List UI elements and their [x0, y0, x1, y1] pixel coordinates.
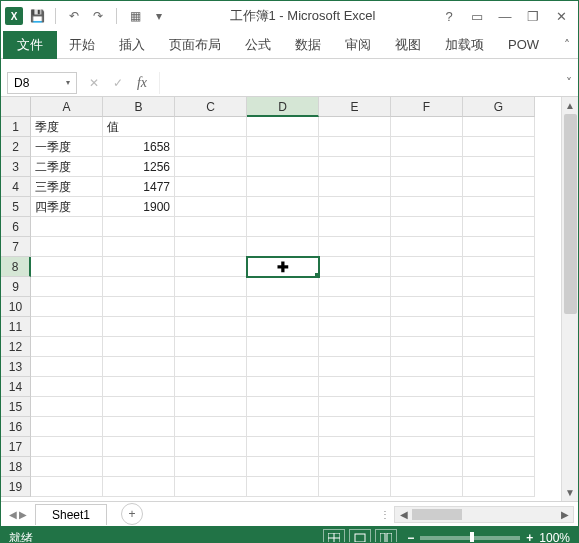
expand-formula-bar-button[interactable]: ˅ [560, 76, 578, 90]
cell[interactable] [103, 477, 175, 497]
cell[interactable] [391, 377, 463, 397]
cell[interactable] [391, 137, 463, 157]
cell[interactable] [463, 417, 535, 437]
close-button[interactable]: ✕ [548, 5, 574, 27]
cell[interactable] [463, 337, 535, 357]
cell[interactable] [31, 257, 103, 277]
cell[interactable] [103, 257, 175, 277]
cell[interactable] [247, 137, 319, 157]
tab-home[interactable]: 开始 [57, 31, 107, 59]
cell[interactable] [319, 177, 391, 197]
cell[interactable] [391, 197, 463, 217]
cell[interactable] [319, 397, 391, 417]
cell[interactable] [247, 217, 319, 237]
cell[interactable] [463, 477, 535, 497]
cell[interactable] [103, 417, 175, 437]
cell[interactable] [319, 477, 391, 497]
cell[interactable]: 值 [103, 117, 175, 137]
scroll-right-button[interactable]: ▶ [556, 509, 573, 520]
cell[interactable] [31, 297, 103, 317]
cell[interactable] [319, 157, 391, 177]
column-header[interactable]: E [319, 97, 391, 117]
cell[interactable] [31, 277, 103, 297]
select-all-corner[interactable] [1, 97, 31, 117]
cell[interactable] [463, 277, 535, 297]
cell[interactable]: 季度 [31, 117, 103, 137]
restore-button[interactable]: ❐ [520, 5, 546, 27]
cell[interactable] [175, 237, 247, 257]
sheet-nav-next-button[interactable]: ▶ [19, 509, 27, 520]
cell[interactable] [175, 417, 247, 437]
row-header[interactable]: 5 [1, 197, 31, 217]
row-header[interactable]: 14 [1, 377, 31, 397]
row-header[interactable]: 8 [1, 257, 31, 277]
zoom-out-button[interactable]: − [407, 531, 414, 543]
row-header[interactable]: 11 [1, 317, 31, 337]
cell[interactable] [319, 297, 391, 317]
tab-file[interactable]: 文件 [3, 31, 57, 59]
cell[interactable] [175, 357, 247, 377]
vertical-scroll-thumb[interactable] [564, 114, 577, 314]
cell[interactable] [319, 457, 391, 477]
cell[interactable] [31, 217, 103, 237]
cell[interactable] [463, 357, 535, 377]
cell[interactable] [319, 137, 391, 157]
tab-pow[interactable]: POW [496, 31, 551, 59]
column-header[interactable]: B [103, 97, 175, 117]
cell[interactable] [463, 117, 535, 137]
cell[interactable] [463, 237, 535, 257]
cell[interactable] [103, 317, 175, 337]
cell[interactable] [319, 377, 391, 397]
cell[interactable] [175, 177, 247, 197]
save-button[interactable]: 💾 [27, 6, 47, 26]
cell[interactable]: 1658 [103, 137, 175, 157]
cell[interactable] [463, 317, 535, 337]
cell[interactable] [391, 397, 463, 417]
row-header[interactable]: 3 [1, 157, 31, 177]
cell[interactable] [463, 457, 535, 477]
cell[interactable] [391, 297, 463, 317]
cell[interactable] [319, 337, 391, 357]
cell[interactable] [175, 377, 247, 397]
cell[interactable] [31, 377, 103, 397]
cell[interactable] [175, 217, 247, 237]
cell[interactable] [103, 377, 175, 397]
row-header[interactable]: 16 [1, 417, 31, 437]
undo-button[interactable]: ↶ [64, 6, 84, 26]
tab-review[interactable]: 审阅 [333, 31, 383, 59]
cell[interactable] [175, 297, 247, 317]
sheet-nav-prev-button[interactable]: ◀ [9, 509, 17, 520]
cell[interactable]: 1256 [103, 157, 175, 177]
cell[interactable] [391, 237, 463, 257]
vertical-scrollbar[interactable]: ▲ ▼ [561, 97, 578, 501]
qat-customize-button[interactable]: ▾ [149, 6, 169, 26]
tab-view[interactable]: 视图 [383, 31, 433, 59]
cell[interactable] [391, 317, 463, 337]
redo-button[interactable]: ↷ [88, 6, 108, 26]
ribbon-display-options-button[interactable]: ▭ [464, 5, 490, 27]
cell[interactable] [247, 117, 319, 137]
cell[interactable] [31, 437, 103, 457]
cell[interactable] [463, 397, 535, 417]
row-header[interactable]: 1 [1, 117, 31, 137]
tab-data[interactable]: 数据 [283, 31, 333, 59]
tab-insert[interactable]: 插入 [107, 31, 157, 59]
cell[interactable] [103, 237, 175, 257]
cell[interactable] [247, 457, 319, 477]
cells-area[interactable]: 季度值一季度1658二季度1256三季度1477四季度1900✚ [31, 117, 535, 497]
column-header[interactable]: G [463, 97, 535, 117]
cell[interactable] [103, 217, 175, 237]
cell[interactable] [391, 157, 463, 177]
cell[interactable] [103, 337, 175, 357]
cell[interactable] [391, 457, 463, 477]
cell[interactable] [175, 157, 247, 177]
minimize-button[interactable]: — [492, 5, 518, 27]
cell[interactable] [319, 317, 391, 337]
row-header[interactable]: 2 [1, 137, 31, 157]
cell[interactable] [463, 197, 535, 217]
grid-icon[interactable]: ▦ [125, 6, 145, 26]
zoom-slider-knob[interactable] [470, 532, 474, 543]
zoom-level-label[interactable]: 100% [539, 531, 570, 543]
cell[interactable] [319, 417, 391, 437]
cell[interactable] [391, 117, 463, 137]
